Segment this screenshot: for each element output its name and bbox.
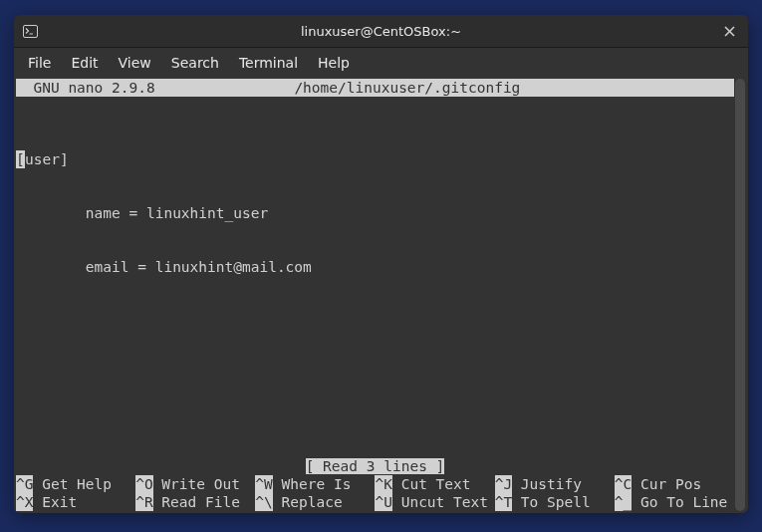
terminal-content[interactable]: GNU nano 2.9.8 /home/linuxuser/.gitconfi… (16, 79, 734, 511)
shortcut-cur-pos: ^C Cur Pos (615, 475, 734, 493)
terminal-icon (22, 23, 38, 39)
terminal-window: linuxuser@CentOSBox:~ File Edit View Sea… (14, 15, 748, 513)
shortcut-justify: ^J Justify (495, 475, 615, 493)
shortcut-get-help: ^G Get Help (16, 475, 135, 493)
window-title: linuxuser@CentOSBox:~ (14, 24, 748, 39)
nano-header-gap (155, 79, 295, 97)
file-content[interactable]: [user] name = linuxhint_user email = lin… (16, 115, 734, 312)
shortcut-read-file: ^R Read File (135, 493, 255, 511)
titlebar[interactable]: linuxuser@CentOSBox:~ (14, 15, 748, 48)
blank-line (16, 97, 734, 115)
nano-status-text: [ Read 3 lines ] (306, 458, 445, 474)
shortcut-uncut-text: ^U Uncut Text (375, 493, 494, 511)
nano-app-label: GNU nano 2.9.8 (16, 79, 155, 97)
shortcut-to-spell: ^T To Spell (495, 493, 615, 511)
close-button[interactable] (718, 20, 740, 42)
shortcut-replace: ^\ Replace (255, 493, 375, 511)
shortcut-exit: ^X Exit (16, 493, 135, 511)
shortcut-where-is: ^W Where Is (255, 475, 375, 493)
shortcut-cut-text: ^K Cut Text (375, 475, 494, 493)
menu-edit[interactable]: Edit (61, 51, 108, 75)
shortcut-write-out: ^O Write Out (135, 475, 255, 493)
scrollbar-thumb[interactable] (735, 79, 745, 511)
editor-empty-area[interactable] (16, 312, 734, 457)
nano-file-path: /home/linuxuser/.gitconfig (294, 79, 520, 97)
line1-rest: user] (25, 151, 69, 167)
scrollbar[interactable] (734, 79, 746, 511)
content-line-2: name = linuxhint_user (16, 204, 734, 222)
nano-header-fill (520, 79, 734, 97)
cursor: [ (16, 150, 25, 168)
nano-status-line: [ Read 3 lines ] (16, 457, 734, 475)
shortcut-go-to-line: ^_ Go To Line (615, 493, 734, 511)
menu-view[interactable]: View (109, 51, 161, 75)
menu-file[interactable]: File (18, 51, 61, 75)
content-line-3: email = linuxhint@mail.com (16, 258, 734, 276)
menubar: File Edit View Search Terminal Help (14, 48, 748, 78)
nano-shortcuts: ^G Get Help ^O Write Out ^W Where Is ^K … (16, 475, 734, 511)
menu-search[interactable]: Search (161, 51, 229, 75)
nano-header: GNU nano 2.9.8 /home/linuxuser/.gitconfi… (16, 79, 734, 97)
content-line-1: [user] (16, 150, 734, 168)
terminal-area[interactable]: GNU nano 2.9.8 /home/linuxuser/.gitconfi… (14, 78, 748, 513)
menu-help[interactable]: Help (308, 51, 360, 75)
menu-terminal[interactable]: Terminal (229, 51, 308, 75)
svg-rect-0 (23, 25, 37, 37)
